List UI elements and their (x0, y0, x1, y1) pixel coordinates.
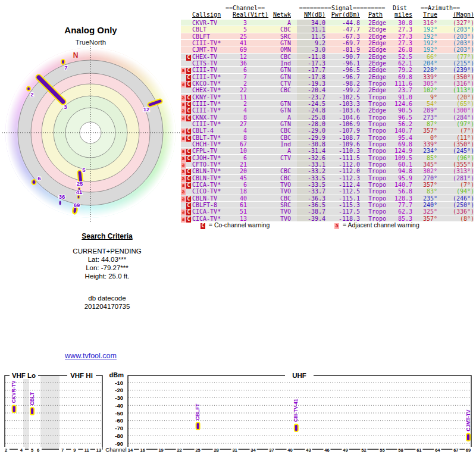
co-channel-warning-slot: C (186, 74, 192, 80)
col-true: True (412, 11, 437, 19)
cell-path: Tropo (366, 181, 394, 187)
cell-miles: 62.1 (394, 60, 412, 66)
cell-pwr-dbm: -103.6 (325, 107, 360, 113)
x-tick: 19 (158, 447, 163, 453)
cell-network: CBC (268, 54, 291, 60)
cell-path: Tropo (366, 134, 394, 140)
cell-pwr-dbm: -81.9 (325, 46, 360, 52)
table-body: CKVR-TV3A34.0-44.82Edge30.8316°(327°)CBL… (181, 19, 474, 221)
cell-path: 2Edge (366, 40, 394, 46)
adjacent-warning-slot: a (181, 101, 186, 107)
band-label-uhf: UHF (292, 372, 306, 379)
cell-network: A (268, 114, 291, 120)
cell-network: TVO (268, 188, 291, 194)
cell-nm-db: -36.5 (297, 202, 325, 208)
cell-real-channel: 41 (230, 40, 247, 46)
cell-true-azimuth: 192° (412, 26, 437, 32)
y-tick: -70 (115, 425, 123, 431)
db-datecode-value: 201204170735 (36, 302, 178, 311)
co-channel-warning-icon: C (201, 223, 205, 229)
x-tick: 58 (398, 447, 403, 453)
radar-marker-ch36: 36 (59, 193, 65, 205)
cell-callsign: CHEX-TV (192, 54, 230, 60)
cell-nm-db: -25.8 (297, 114, 325, 120)
cell-magn-azimuth: (313°) (437, 168, 474, 174)
cell-virt-channel (247, 26, 268, 32)
cell-callsign: CKVR-TV (192, 20, 230, 26)
cell-nm-db: -3.0 (297, 46, 325, 52)
cell-true-azimuth: 9° (412, 94, 437, 100)
cell-network: CTV (268, 155, 291, 161)
cell-real-channel: 4 (230, 107, 247, 113)
table-row: CBLFT25SRC11.5-67.32Edge27.3192°(203°) (181, 33, 474, 39)
table-group-headers: ==Channel== =========Signal========= Dis… (181, 5, 474, 11)
cell-network: Ind (268, 60, 291, 66)
table-row: aCCICA-TV*13TVO-39.4-118.3Tropo85.3357°(… (181, 215, 474, 221)
cell-network: CBC (268, 127, 291, 133)
cell-virt-channel (247, 148, 268, 154)
cell-real-channel: 7 (230, 74, 247, 80)
cell-miles: 85.3 (394, 215, 412, 221)
cell-true-azimuth: 192° (412, 46, 437, 52)
cell-nm-db: -29.0 (297, 127, 325, 133)
x-tick: 6 (37, 447, 39, 453)
cell-pwr-dbm: -47.7 (325, 26, 360, 32)
db-datecode-label: db datecode (36, 294, 178, 302)
cell-path: Tropo (366, 202, 394, 208)
cell-true-azimuth: 339° (412, 74, 437, 80)
cell-callsign: CBLFT (192, 33, 230, 39)
cell-callsign: CKNY-TV* (192, 94, 230, 100)
cell-virt-channel (247, 208, 268, 214)
x-tick: 11 (84, 447, 89, 453)
cell-magn-azimuth: (7°) (437, 181, 474, 187)
cell-true-azimuth: 87° (412, 121, 437, 127)
cell-pwr-dbm: -111.5 (325, 155, 360, 161)
cell-real-channel: 10 (230, 148, 247, 154)
cell-real-channel: 25 (230, 33, 247, 39)
cell-real-channel: 22 (230, 87, 247, 93)
signal-table: ==Channel== =========Signal========= Dis… (181, 5, 474, 221)
cell-pwr-dbm: -109.6 (325, 141, 360, 147)
cell-true-azimuth: 85° (412, 155, 437, 161)
signal-bar-CJMT-TV: CJMT-TV (465, 409, 471, 441)
co-channel-warning-slot: C (186, 202, 192, 208)
cell-path: 2Edge (366, 60, 394, 66)
cell-real-channel: 27 (230, 121, 247, 127)
radar-marker-label: 25 (77, 180, 83, 187)
cell-pwr-dbm: -115.3 (325, 202, 360, 208)
cell-path: 2Edge (366, 74, 394, 80)
adjacent-warning-slot: a (181, 208, 186, 214)
cell-virt-channel (247, 155, 268, 161)
adjacent-warning-slot: a (181, 175, 186, 181)
co-channel-warning-slot (186, 188, 192, 194)
cell-network: CBC (268, 195, 291, 201)
cell-callsign: CHEX-TV* (192, 87, 230, 93)
cell-magn-azimuth: (281°) (437, 175, 474, 181)
cell-network: GTN (268, 107, 291, 113)
table-column-headers: Callsign Real (Virt) Netwk NM(dB) Pwr(dB… (181, 11, 474, 19)
x-tick: 5 (31, 447, 33, 453)
table-row: aCCFPL-TV10A-31.4-110.3Tropo124.9234°(24… (181, 147, 474, 154)
cell-magn-azimuth: (77°) (437, 54, 474, 60)
cell-path: Tropo (366, 80, 394, 86)
cell-miles: 23.7 (394, 87, 412, 93)
co-channel-warning-slot (186, 33, 192, 39)
x-tick: 16 (140, 447, 145, 453)
cell-miles: 27.3 (394, 40, 412, 46)
cell-true-azimuth: 289° (412, 107, 437, 113)
cell-miles: 60.1 (394, 161, 412, 167)
cell-real-channel: 20 (230, 168, 247, 174)
cell-magn-azimuth: (203°) (437, 46, 474, 52)
adjacent-warning-slot: a (181, 161, 186, 167)
cell-miles: 56.8 (394, 188, 412, 194)
cell-callsign: CBLN-TV* (192, 168, 230, 174)
cell-nm-db: -33.2 (297, 168, 325, 174)
cell-callsign: CJOH-TV* (192, 155, 230, 161)
cell-miles: 77.7 (394, 202, 412, 208)
tvfool-link[interactable]: www.tvfool.com (65, 352, 117, 360)
signal-bar-CBLFT: CBLFT (195, 403, 201, 430)
table-row: CCIII-TV*7GTN-17.8-96.72Edge69.8339°(350… (181, 73, 474, 80)
cell-path: Tropo (366, 215, 394, 221)
cell-real-channel: 61 (230, 202, 247, 208)
cell-callsign: CIII-TV* (192, 107, 230, 113)
